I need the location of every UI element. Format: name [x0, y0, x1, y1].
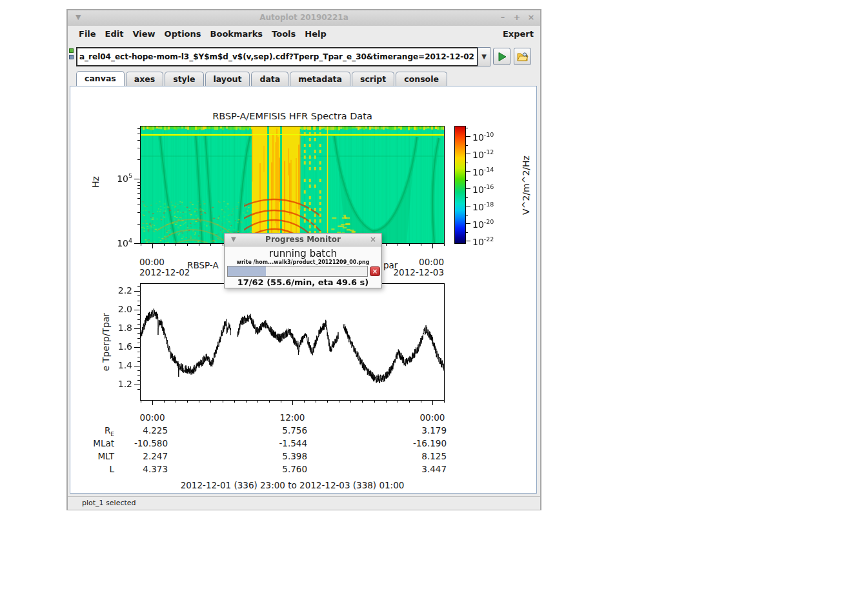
- progress-detail-label: write /hom...walk3/product_20121209_00.p…: [225, 259, 381, 265]
- ephemeris-value: 8.125: [385, 451, 447, 461]
- stop-button[interactable]: ×: [370, 266, 380, 276]
- dialog-close-icon[interactable]: ×: [370, 235, 376, 244]
- ephemeris-value: 3.179: [385, 425, 447, 436]
- line-ytick-major: [134, 291, 141, 292]
- expert-label[interactable]: Expert: [503, 29, 534, 39]
- line-ytick-label: 1.6: [105, 341, 132, 352]
- spec-ytick-minor: [137, 205, 141, 205]
- xlabel-left-date: 2012-12-02: [139, 267, 190, 277]
- spec-xtick: [432, 243, 433, 248]
- menu-tools[interactable]: Tools: [267, 28, 300, 40]
- tab-row: canvasaxesstylelayoutdatametadatascriptc…: [68, 71, 540, 86]
- tab-style[interactable]: style: [165, 72, 203, 86]
- line-ytick-minor: [137, 370, 141, 371]
- progress-bar-row: ×: [227, 266, 380, 277]
- tab-canvas[interactable]: canvas: [76, 71, 125, 86]
- line-xtick: [327, 400, 328, 403]
- menu-help[interactable]: Help: [300, 28, 330, 40]
- close-button[interactable]: ×: [525, 12, 538, 22]
- title-bar[interactable]: ▼ Autoplot 20190221a – + ×: [68, 10, 540, 26]
- line-ytick-label: 2.2: [105, 285, 132, 296]
- line-xtick: [409, 400, 410, 403]
- timeseries-title-fragment-right: par: [383, 260, 398, 270]
- inspect-file-button[interactable]: [514, 48, 531, 65]
- tab-script[interactable]: script: [352, 72, 394, 86]
- menu-options[interactable]: Options: [160, 28, 206, 40]
- ephemeris-value: 4.373: [106, 464, 168, 474]
- menu-bookmarks[interactable]: Bookmarks: [206, 28, 268, 40]
- menu-view[interactable]: View: [128, 28, 159, 40]
- spec-ytick-minor: [137, 140, 141, 141]
- progress-monitor-dialog[interactable]: ▼ Progress Monitor × running batch write…: [224, 233, 382, 288]
- colorbar-tick: [465, 154, 470, 154]
- menu-file[interactable]: File: [74, 28, 101, 40]
- colorbar-tick: [465, 197, 468, 198]
- spec-xtick: [223, 243, 223, 246]
- line-ytick-major: [134, 328, 141, 329]
- timeseries-line[interactable]: [141, 284, 444, 400]
- line-ytick-minor: [137, 376, 141, 376]
- timeseries-plot[interactable]: [140, 283, 445, 401]
- colorbar-tick: [465, 232, 468, 233]
- stop-x-icon: ×: [372, 268, 378, 275]
- line-ytick-minor: [137, 301, 141, 301]
- line-ytick-minor: [137, 286, 141, 287]
- xlabel-left-time: 00:00: [139, 257, 190, 267]
- tab-layout[interactable]: layout: [205, 72, 250, 86]
- spec-ytick-minor: [137, 159, 141, 160]
- open-folder-icon: [517, 52, 529, 62]
- spec-ytick-minor: [137, 212, 141, 213]
- line-ytick-minor: [137, 333, 141, 334]
- line-xtick: [210, 400, 211, 403]
- tab-data[interactable]: data: [251, 72, 288, 86]
- colorbar-tick: [465, 180, 468, 181]
- progress-task-label: running batch: [225, 248, 381, 259]
- line-xtick: [281, 400, 281, 403]
- plot-canvas[interactable]: RBSP-A/EMFISIS HFR Spectra Data Hz V^2/m…: [70, 86, 537, 494]
- ephemeris-value: 4.225: [106, 425, 168, 436]
- spec-ytick-minor: [137, 185, 141, 186]
- colorbar-tick: [465, 128, 468, 128]
- uri-dropdown-button[interactable]: ▼: [478, 47, 490, 66]
- ephemeris-value: -16.190: [385, 438, 447, 448]
- line-xtick: [199, 400, 199, 403]
- spec-ytick-minor: [137, 224, 141, 225]
- window-title: Autoplot 20190221a: [68, 13, 540, 22]
- spec-xtick: [210, 243, 211, 246]
- play-icon: [497, 52, 507, 62]
- spectrogram-image[interactable]: [141, 126, 444, 243]
- colorbar-tick: [465, 241, 470, 241]
- line-xtick: [292, 400, 293, 405]
- go-plot-button[interactable]: [493, 48, 510, 65]
- line-xtick-label: 00:00: [123, 412, 181, 423]
- spectrogram-plot[interactable]: [140, 126, 445, 244]
- line-ytick-major: [134, 310, 141, 310]
- line-ytick-minor: [137, 338, 141, 339]
- menu-edit[interactable]: Edit: [101, 28, 128, 40]
- spec-ytick-major: [134, 179, 141, 179]
- uri-toolbar: a_rel04_ect-hope-mom-l3_$Y$m$d_v$(v,sep)…: [68, 44, 540, 70]
- minimize-button[interactable]: –: [496, 12, 509, 22]
- uri-input[interactable]: a_rel04_ect-hope-mom-l3_$Y$m$d_v$(v,sep)…: [76, 47, 478, 66]
- line-xtick: [176, 400, 176, 403]
- tab-console[interactable]: console: [396, 72, 447, 86]
- ephemeris-value: 2.247: [106, 451, 168, 461]
- maximize-button[interactable]: +: [510, 12, 523, 22]
- tab-metadata[interactable]: metadata: [290, 72, 350, 86]
- spec-xtick: [444, 243, 445, 246]
- line-ytick-minor: [137, 357, 141, 357]
- line-ytick-label: 2.0: [105, 304, 132, 314]
- dialog-title-bar[interactable]: ▼ Progress Monitor ×: [225, 234, 381, 246]
- ephemeris-value: -1.544: [246, 438, 307, 448]
- spec-xtick: [398, 243, 398, 246]
- line-xtick: [316, 400, 316, 403]
- ephemeris-value: 5.756: [246, 425, 307, 436]
- spec-xtick: [141, 243, 141, 246]
- line-ytick-label: 1.4: [105, 360, 132, 370]
- line-xtick: [269, 400, 270, 403]
- spec-ytick-minor: [137, 182, 141, 183]
- spec-ytick-major: [134, 243, 141, 244]
- colorbar-tick: [465, 188, 470, 189]
- tab-axes[interactable]: axes: [126, 72, 163, 86]
- spec-xtick: [199, 243, 199, 246]
